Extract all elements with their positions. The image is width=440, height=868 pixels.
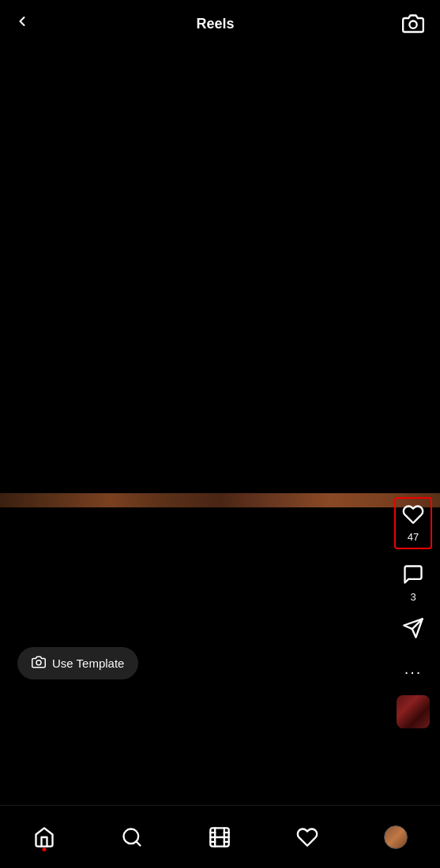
heart-icon [402, 503, 424, 529]
like-count: 47 [408, 531, 419, 543]
svg-point-0 [409, 21, 416, 28]
bottom-navigation [0, 805, 440, 868]
header: Reels [0, 0, 440, 47]
svg-point-3 [36, 660, 41, 665]
share-icon [402, 617, 424, 642]
nav-avatar-icon [384, 825, 408, 849]
share-button[interactable] [402, 617, 424, 642]
svg-line-5 [136, 841, 140, 845]
profile-thumbnail[interactable] [397, 695, 430, 728]
more-dots-icon: ... [404, 660, 423, 678]
comment-button[interactable]: 3 [402, 563, 424, 603]
comment-icon [402, 563, 424, 589]
page-title: Reels [196, 16, 234, 32]
nav-activity[interactable] [287, 820, 328, 855]
template-camera-icon [32, 655, 46, 672]
like-button[interactable]: 47 [394, 497, 432, 549]
profile-avatar [397, 695, 430, 728]
nav-profile[interactable] [374, 819, 417, 855]
right-actions: 47 3 ... [394, 497, 432, 728]
use-template-button[interactable]: Use Template [17, 647, 138, 679]
more-button[interactable]: ... [404, 657, 423, 678]
camera-button[interactable] [401, 11, 426, 36]
use-template-label: Use Template [52, 657, 124, 670]
video-strip [0, 493, 440, 507]
comment-count: 3 [410, 591, 416, 603]
nav-search[interactable] [111, 820, 152, 855]
back-button[interactable] [14, 13, 30, 34]
nav-home[interactable] [24, 820, 65, 855]
nav-reels[interactable] [199, 820, 240, 855]
video-background [0, 0, 440, 868]
home-dot [42, 847, 46, 851]
